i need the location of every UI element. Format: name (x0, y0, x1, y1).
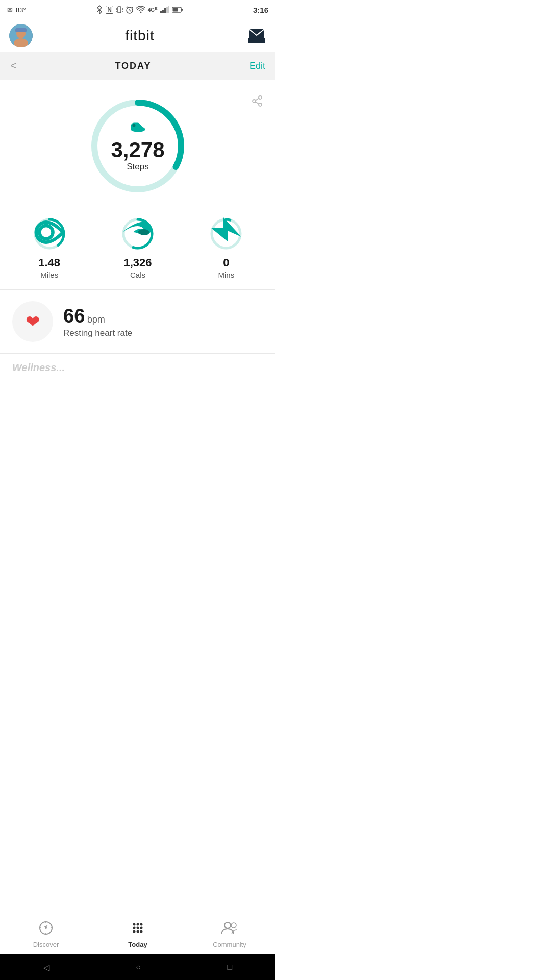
svg-rect-21 (181, 9, 183, 11)
next-card: Wellness... (0, 354, 276, 384)
date-title: TODAY (115, 61, 151, 71)
status-bar: ✉ 83° N (0, 0, 276, 19)
svg-point-40 (39, 226, 53, 239)
svg-rect-17 (166, 7, 168, 13)
clock: 3:16 (253, 6, 268, 14)
battery-icon (172, 6, 183, 13)
svg-rect-18 (168, 6, 169, 13)
cals-stat[interactable]: 1,326 Cals (119, 215, 156, 279)
alarm-icon (126, 6, 134, 14)
share-button[interactable] (251, 95, 263, 110)
mins-stat[interactable]: 0 Mins (208, 215, 244, 279)
miles-stat[interactable]: 1.48 Miles (31, 215, 68, 279)
svg-rect-29 (253, 38, 260, 41)
edit-button[interactable]: Edit (249, 61, 265, 71)
avatar[interactable] (9, 24, 33, 47)
heart-info: 66 bpm Resting heart rate (63, 305, 132, 338)
svg-rect-20 (172, 8, 178, 12)
cals-ring (119, 215, 156, 252)
flame-icon (119, 214, 156, 254)
steps-label: Steps (111, 162, 164, 172)
svg-line-34 (256, 102, 259, 104)
date-nav: < TODAY Edit (0, 52, 276, 80)
top-nav: fitbit (0, 19, 276, 52)
app-title: fitbit (125, 28, 154, 44)
cals-unit: Cals (130, 271, 145, 279)
bluetooth-icon (96, 5, 103, 14)
svg-point-31 (253, 100, 256, 103)
miles-value: 1.48 (38, 256, 60, 270)
signal-icon (160, 6, 169, 13)
vibrate-icon (116, 6, 123, 14)
svg-line-12 (132, 7, 133, 8)
svg-rect-1 (118, 7, 121, 13)
nfc-icon: N (106, 6, 113, 14)
heart-icon: ❤ (26, 311, 40, 332)
temperature: 83° (16, 6, 26, 14)
location-icon (31, 214, 68, 254)
miles-unit: Miles (40, 271, 58, 279)
bolt-icon (208, 214, 244, 254)
svg-point-30 (259, 96, 262, 99)
steps-ring[interactable]: 3,278 Steps (87, 95, 189, 197)
steps-section: 3,278 Steps (0, 90, 276, 207)
stats-row: 1.48 Miles 1,326 Cals (0, 207, 276, 290)
mins-value: 0 (223, 256, 229, 270)
svg-rect-14 (160, 11, 162, 13)
svg-rect-16 (164, 8, 166, 13)
network-icon: 4GE (148, 6, 158, 13)
heart-rate-section[interactable]: ❤ 66 bpm Resting heart rate (0, 290, 276, 354)
shoe-icon (111, 120, 164, 137)
svg-point-13 (140, 12, 141, 13)
heart-rate-bpm: bpm (87, 314, 105, 325)
miles-ring (31, 215, 68, 252)
svg-rect-15 (162, 10, 164, 13)
svg-rect-26 (15, 28, 27, 32)
svg-point-32 (259, 103, 262, 106)
email-icon: ✉ (7, 6, 13, 14)
svg-point-37 (132, 124, 135, 127)
heart-rate-label: Resting heart rate (63, 328, 132, 338)
inbox-button[interactable] (247, 26, 266, 45)
next-card-title: Wellness... (12, 362, 263, 374)
steps-count: 3,278 (111, 139, 164, 161)
cals-value: 1,326 (123, 256, 152, 270)
wifi-icon (136, 6, 145, 13)
steps-ring-content: 3,278 Steps (111, 120, 164, 172)
svg-line-33 (256, 98, 259, 100)
main-content: 3,278 Steps 1.48 Miles (0, 80, 276, 451)
svg-line-11 (127, 7, 128, 8)
mins-ring (208, 215, 244, 252)
mins-unit: Mins (218, 271, 234, 279)
heart-rate-value: 66 (63, 305, 85, 327)
back-button[interactable]: < (10, 59, 17, 72)
heart-circle: ❤ (12, 301, 53, 342)
svg-line-10 (130, 10, 131, 11)
